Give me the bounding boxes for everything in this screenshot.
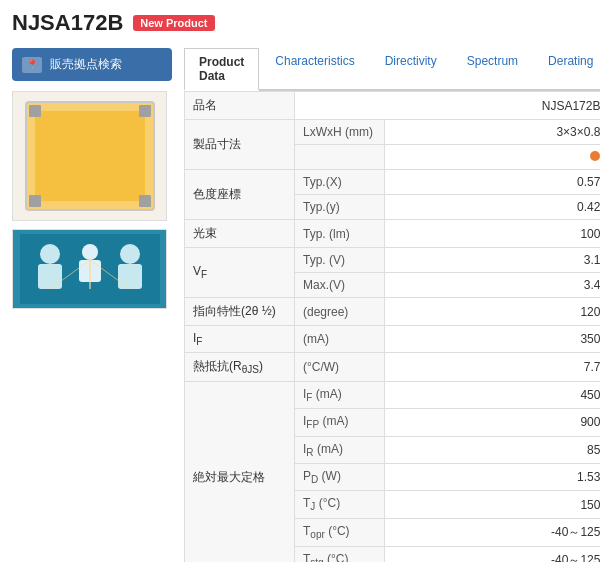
table-row: VF Typ. (V) 3.1 (185, 248, 601, 273)
row-value: 450 (385, 381, 601, 408)
product-diagram-svg (20, 234, 160, 304)
row-value: 7.7 (385, 353, 601, 381)
row-label: 指向特性(2θ ½) (185, 298, 295, 326)
row-sub: TJ (°C) (295, 491, 385, 518)
chip-corner-tr (139, 105, 151, 117)
product-title: NJSA172B (12, 10, 123, 36)
tab-spectrum[interactable]: Spectrum (453, 48, 532, 89)
row-value: -40～125 (385, 546, 601, 562)
svg-point-5 (120, 244, 140, 264)
product-image-primary (12, 91, 167, 221)
row-sub: Typ.(X) (295, 170, 385, 195)
row-sub: (mA) (295, 326, 385, 353)
row-label: 光束 (185, 220, 295, 248)
table-row: 品名 NJSA172B (185, 92, 601, 120)
row-value: 100 (385, 220, 601, 248)
table-row: 色度座標 Typ.(X) 0.57 (185, 170, 601, 195)
store-search-label: 販売拠点検索 (50, 56, 122, 73)
tab-derating[interactable]: Derating (534, 48, 600, 89)
svg-point-3 (82, 244, 98, 260)
row-sub: Tstg (°C) (295, 546, 385, 562)
main-layout: 📍 販売拠点検索 (12, 48, 588, 562)
row-value: 350 (385, 326, 601, 353)
table-row: 指向特性(2θ ½) (degree) 120 (185, 298, 601, 326)
product-data-table: 品名 NJSA172B 製品寸法 LxWxH (mm) 3×3×0.8 (184, 91, 600, 562)
row-value: 120 (385, 298, 601, 326)
chip-corner-br (139, 195, 151, 207)
row-sub: Typ. (V) (295, 248, 385, 273)
row-sub: IR (mA) (295, 436, 385, 463)
row-value: -40～125 (385, 518, 601, 546)
row-value: 900 (385, 409, 601, 436)
row-sub: Max.(V) (295, 273, 385, 298)
table-row: 光束 Typ. (lm) 100 (185, 220, 601, 248)
row-sub: IF (mA) (295, 381, 385, 408)
svg-rect-2 (38, 264, 62, 289)
tabs-container: Product Data Characteristics Directivity… (184, 48, 600, 91)
row-value: 0.42 (385, 195, 601, 220)
row-label: 熱抵抗(RθJS) (185, 353, 295, 381)
row-value: 1.53 (385, 463, 601, 490)
table-row: 製品寸法 LxWxH (mm) 3×3×0.8 (185, 120, 601, 145)
row-value: 0.57 (385, 170, 601, 195)
svg-point-1 (40, 244, 60, 264)
row-sub: Topr (°C) (295, 518, 385, 546)
row-value: 85 (385, 436, 601, 463)
row-sub: (°C/W) (295, 353, 385, 381)
store-icon: 📍 (22, 57, 42, 73)
chip-corner-tl (29, 105, 41, 117)
tab-characteristics[interactable]: Characteristics (261, 48, 368, 89)
tab-product-data[interactable]: Product Data (184, 48, 259, 91)
tab-directivity[interactable]: Directivity (371, 48, 451, 89)
row-sub: PD (W) (295, 463, 385, 490)
row-value: NJSA172B (295, 92, 601, 120)
row-sub: Typ. (lm) (295, 220, 385, 248)
row-label: 製品寸法 (185, 120, 295, 170)
new-product-badge: New Product (133, 15, 214, 31)
row-label: 品名 (185, 92, 295, 120)
row-label: 絶対最大定格 (185, 381, 295, 562)
store-search-button[interactable]: 📍 販売拠点検索 (12, 48, 172, 81)
color-dot-indicator (590, 151, 600, 161)
row-label: IF (185, 326, 295, 353)
table-row: 熱抵抗(RθJS) (°C/W) 7.7 (185, 353, 601, 381)
row-sub: IFP (mA) (295, 409, 385, 436)
page-wrapper: NJSA172B New Product 📍 販売拠点検索 (0, 0, 600, 562)
row-value: 3.4 (385, 273, 601, 298)
product-image-secondary (12, 229, 167, 309)
header: NJSA172B New Product (12, 10, 588, 36)
table-row: IF (mA) 350 (185, 326, 601, 353)
led-chip-visual (25, 101, 155, 211)
row-label: VF (185, 248, 295, 298)
row-sub: Typ.(y) (295, 195, 385, 220)
row-value: 150 (385, 491, 601, 518)
row-label: 色度座標 (185, 170, 295, 220)
row-value: 3×3×0.8 (385, 120, 601, 145)
row-value: 3.1 (385, 248, 601, 273)
row-sub: LxWxH (mm) (295, 120, 385, 145)
chip-corner-bl (29, 195, 41, 207)
row-sub (295, 145, 385, 170)
svg-rect-6 (118, 264, 142, 289)
content-area: Product Data Characteristics Directivity… (184, 48, 600, 562)
row-sub: (degree) (295, 298, 385, 326)
sidebar: 📍 販売拠点検索 (12, 48, 172, 562)
row-value-dot (385, 145, 601, 170)
table-row: 絶対最大定格 IF (mA) 450 (185, 381, 601, 408)
